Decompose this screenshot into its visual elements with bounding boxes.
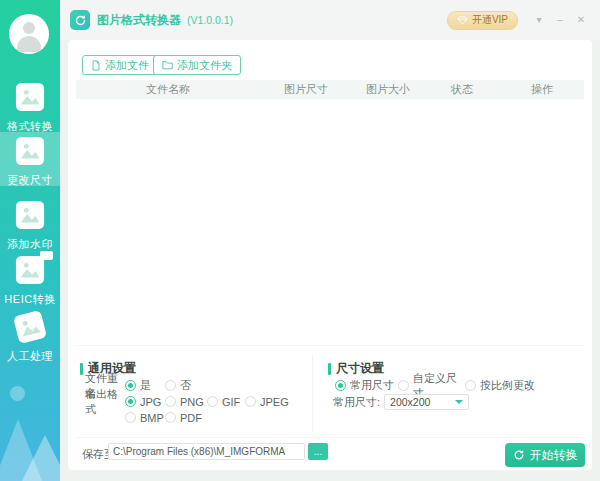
image-icon — [15, 200, 45, 230]
rename-no-option[interactable]: 否 — [165, 378, 207, 393]
image-icon — [15, 136, 45, 166]
add-folder-label: 添加文件夹 — [177, 58, 232, 73]
radio-icon[interactable] — [125, 412, 136, 423]
size-mode-common-label: 常用尺寸 — [350, 378, 394, 393]
rename-no-label: 否 — [180, 378, 191, 393]
common-size-select[interactable]: 200x200 — [384, 394, 469, 410]
format-option-png[interactable]: PNG — [165, 396, 207, 408]
common-size-label: 常用尺寸: — [333, 395, 380, 410]
format-bmp-label: BMP — [140, 412, 164, 424]
add-file-button[interactable]: 添加文件 — [82, 55, 158, 75]
column-header-filename: 文件名称 — [76, 82, 260, 97]
file-list-empty-area — [76, 99, 584, 345]
sidebar-item-heic-convert[interactable]: HEIC转换 — [0, 251, 60, 305]
radio-icon[interactable] — [245, 396, 256, 407]
open-vip-button[interactable]: 开通VIP — [447, 11, 518, 30]
column-header-actions: 操作 — [500, 82, 584, 97]
format-jpeg-label: JPEG — [260, 396, 289, 408]
add-file-label: 添加文件 — [105, 58, 149, 73]
format-option-bmp[interactable]: BMP — [125, 412, 165, 424]
skin-menu-icon[interactable]: ▾ — [532, 13, 546, 27]
chevron-down-icon — [455, 400, 463, 404]
footer-divider — [76, 437, 584, 438]
format-option-gif[interactable]: GIF — [207, 396, 245, 408]
window-controls: ▾ – ✕ — [532, 13, 588, 27]
avatar-shoulders-icon — [17, 36, 41, 52]
size-mode-common[interactable]: 常用尺寸 — [335, 378, 398, 393]
folder-icon — [162, 60, 173, 70]
format-label: 输出格式 — [85, 387, 125, 417]
settings-divider — [76, 345, 584, 346]
browse-button[interactable]: ... — [308, 443, 328, 460]
sidebar-item-resize[interactable]: 更改尺寸 — [0, 132, 60, 186]
common-size-value: 200x200 — [390, 396, 430, 408]
image-icon — [15, 255, 45, 285]
sidebar-item-manual-process[interactable]: 人工处理 — [0, 308, 60, 362]
size-mode-ratio-label: 按比例更改 — [480, 378, 535, 393]
close-icon[interactable]: ✕ — [574, 13, 588, 27]
size-mode-row: 常用尺寸 自定义尺寸 按比例更改 — [335, 378, 541, 393]
chat-bubble-badge-icon — [40, 251, 53, 260]
rename-yes-label: 是 — [140, 378, 151, 393]
start-convert-label: 开始转换 — [530, 447, 578, 464]
file-icon — [91, 60, 101, 71]
general-settings-rows: 文件重名 是 否 输出格式 JPG PNG — [85, 378, 295, 426]
radio-checked-icon[interactable] — [335, 380, 346, 391]
radio-icon[interactable] — [207, 396, 218, 407]
image-icon — [15, 82, 45, 112]
format-option-jpg[interactable]: JPG — [125, 396, 165, 408]
app-logo-icon — [70, 10, 90, 30]
sidebar-decoration — [0, 386, 60, 481]
add-folder-button[interactable]: 添加文件夹 — [153, 55, 241, 75]
size-mode-ratio[interactable]: 按比例更改 — [465, 378, 541, 393]
column-header-dimensions: 图片尺寸 — [260, 82, 352, 97]
user-avatar[interactable] — [9, 14, 49, 54]
radio-icon[interactable] — [465, 380, 476, 391]
sidebar-item-label: 人工处理 — [0, 349, 60, 364]
column-header-status: 状态 — [424, 82, 500, 97]
sun-icon — [10, 386, 25, 401]
accent-bar — [328, 363, 331, 375]
sidebar-item-label: HEIC转换 — [0, 292, 60, 307]
app-version: (V1.0.0.1) — [187, 14, 233, 26]
sidebar: 格式转换 更改尺寸 添加水印 HEIC转换 人工处理 — [0, 0, 60, 481]
app-window: 格式转换 更改尺寸 添加水印 HEIC转换 人工处理 — [0, 0, 600, 481]
main-panel: 添加文件 添加文件夹 文件名称 图片尺寸 图片大小 状态 操作 通用设置 文件重… — [68, 40, 592, 470]
save-path-input[interactable] — [108, 443, 305, 460]
avatar-head-icon — [23, 22, 35, 34]
vip-label: 开通VIP — [472, 13, 508, 27]
sidebar-item-watermark[interactable]: 添加水印 — [0, 196, 60, 250]
sidebar-item-label: 更改尺寸 — [0, 173, 60, 188]
file-table-header: 文件名称 图片尺寸 图片大小 状态 操作 — [76, 80, 584, 99]
radio-icon[interactable] — [165, 396, 176, 407]
column-header-filesize: 图片大小 — [352, 82, 424, 97]
format-png-label: PNG — [180, 396, 204, 408]
sidebar-item-format-convert[interactable]: 格式转换 — [0, 78, 60, 132]
radio-icon[interactable] — [398, 380, 409, 391]
sidebar-item-label: 添加水印 — [0, 237, 60, 252]
format-option-jpeg[interactable]: JPEG — [245, 396, 295, 408]
format-jpg-label: JPG — [140, 396, 161, 408]
radio-icon[interactable] — [165, 412, 176, 423]
size-settings-title: 尺寸设置 — [328, 360, 384, 377]
accent-bar — [80, 363, 83, 375]
title-bar: 图片格式转换器 (V1.0.0.1) 开通VIP ▾ – ✕ — [60, 0, 600, 40]
radio-checked-icon[interactable] — [125, 396, 136, 407]
format-gif-label: GIF — [222, 396, 240, 408]
radio-icon[interactable] — [165, 380, 176, 391]
format-setting-row: 输出格式 JPG PNG GIF JPEG — [85, 394, 295, 409]
format-pdf-label: PDF — [180, 412, 202, 424]
size-settings-title-text: 尺寸设置 — [336, 360, 384, 377]
settings-column-divider — [312, 355, 313, 433]
convert-refresh-icon — [513, 449, 525, 461]
start-convert-button[interactable]: 开始转换 — [505, 443, 585, 467]
image-icon — [15, 312, 45, 342]
format-option-pdf[interactable]: PDF — [165, 412, 207, 424]
common-size-row: 常用尺寸: 200x200 — [333, 394, 469, 410]
minimize-icon[interactable]: – — [553, 13, 567, 27]
radio-checked-icon[interactable] — [125, 380, 136, 391]
gem-icon — [457, 16, 468, 25]
app-title: 图片格式转换器 — [97, 12, 181, 29]
rename-yes-option[interactable]: 是 — [125, 378, 165, 393]
